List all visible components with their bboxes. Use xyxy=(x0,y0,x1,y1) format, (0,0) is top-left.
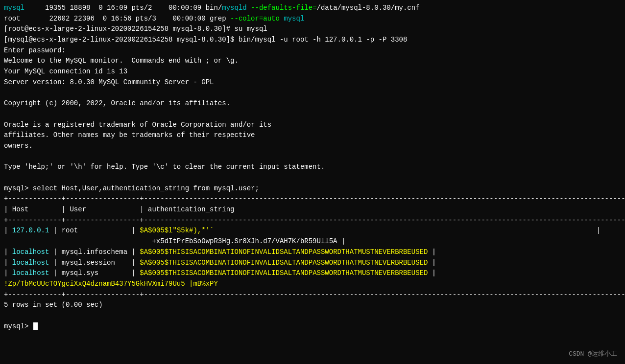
table-border-bottom: +-------------+------------------+------… xyxy=(4,290,621,300)
auth-root: $A$005$l"S5k#),*'` xyxy=(140,227,214,234)
table-row-1: | 127.0.0.1 | root | $A$005$l"S5k#),*'` … xyxy=(4,226,621,236)
terminal-line-1: mysql 19355 18898 0 16:09 pts/2 00:00:09… xyxy=(4,3,621,14)
cursor-blink xyxy=(33,322,38,330)
auth-session-end: BEUSED xyxy=(403,259,428,267)
terminal-line-9: Copyright (c) 2000, 2022, Oracle and/or … xyxy=(4,98,621,109)
table-header: | Host | User | authentication_string | xyxy=(4,205,621,215)
terminal-line-11: affiliates. Other names may be trademark… xyxy=(4,130,621,141)
process-mysql: mysql xyxy=(4,4,24,12)
terminal-line-5: Enter password: xyxy=(4,46,621,56)
host-localhost-3: localhost xyxy=(12,269,49,277)
mysqld-ref: mysqld xyxy=(222,4,246,12)
terminal-line-4: [mysql@ecs-x-large-2-linux-2020022615425… xyxy=(4,35,621,46)
terminal-line-14: mysql> select Host,User,authentication_s… xyxy=(4,183,621,194)
terminal-line-blank1 xyxy=(4,88,621,99)
terminal-line-blank3 xyxy=(4,152,621,162)
table-row-4-cont: !Zp/TbMcUUcTOYgciXxQ4dznamB437Y5GkHVXmi7… xyxy=(4,279,621,290)
table-border-top: +-------------+------------------+------… xyxy=(4,194,621,205)
terminal-line-10: Oracle is a registered trademark of Orac… xyxy=(4,120,621,131)
auth-infoschema: $A$005$THISISACOMBINATIONOFINVALIDSALTAN… xyxy=(140,248,403,256)
auth-sys: $A$005$THISISACOMBINATIONOFINVALIDSALTAN… xyxy=(140,269,403,277)
terminal-window: mysql 19355 18898 0 16:09 pts/2 00:00:09… xyxy=(0,0,625,364)
prompt-line: mysql> xyxy=(4,321,621,332)
flag-color: --color=auto xyxy=(230,15,280,23)
terminal-line-blank2 xyxy=(4,109,621,120)
table-row-1-cont: +x5dItPrEbSoOwpR3Hg.Sr8XJh.d7/VAH7K/bR59… xyxy=(4,236,621,247)
table-border-header: +-------------+------------------+------… xyxy=(4,215,621,226)
table-row-4: | localhost | mysql.sys | $A$005$THISISA… xyxy=(4,268,621,279)
auth-sys-end: BEUSED xyxy=(403,269,428,277)
host-127: 127.0.0.1 xyxy=(12,227,49,234)
watermark-text: CSDN @运维小工 xyxy=(569,349,617,358)
result-count: 5 rows in set (0.00 sec) xyxy=(4,300,621,311)
host-localhost-1: localhost xyxy=(12,248,49,256)
terminal-line-blank4 xyxy=(4,173,621,183)
terminal-line-blank5 xyxy=(4,311,621,321)
terminal-line-12: owners. xyxy=(4,141,621,152)
terminal-line-7: Your MySQL connection id is 13 xyxy=(4,67,621,77)
table-row-3: | localhost | mysql.session | $A$005$THI… xyxy=(4,258,621,269)
auth-infoschema-end: BEUSED xyxy=(403,248,428,256)
grep-mysql: mysql xyxy=(284,15,304,23)
terminal-line-13: Type 'help;' or '\h' for help. Type '\c'… xyxy=(4,162,621,173)
auth-extra: !Zp/TbMcUUcTOYgciXxQ4dznamB437Y5GkHVXmi7… xyxy=(4,280,218,288)
auth-session: $A$005$THISISACOMBINATIONOFINVALIDSALTAN… xyxy=(140,259,403,267)
flag-defaults: --defaults-file= xyxy=(251,4,316,12)
host-localhost-2: localhost xyxy=(12,259,49,267)
terminal-line-6: Welcome to the MySQL monitor. Commands e… xyxy=(4,56,621,67)
terminal-line-2: root 22602 22396 0 16:56 pts/3 00:00:00 … xyxy=(4,14,621,24)
table-row-2: | localhost | mysql.infoschema | $A$005$… xyxy=(4,247,621,258)
terminal-line-8: Server version: 8.0.30 MySQL Community S… xyxy=(4,77,621,88)
terminal-line-3: [root@ecs-x-large-2-linux-20200226154258… xyxy=(4,24,621,35)
